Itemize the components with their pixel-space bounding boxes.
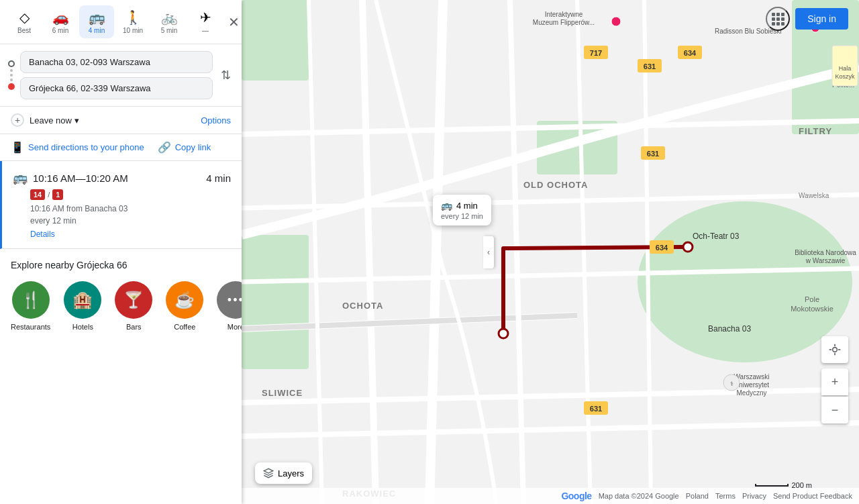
sign-in-button[interactable]: Sign in (795, 8, 848, 30)
close-button[interactable]: ✕ (224, 10, 242, 34)
privacy-link[interactable]: Privacy (742, 492, 766, 500)
map-data-text: Map data ©2024 Google (599, 492, 679, 500)
result-bus-icon: 🚌 (13, 170, 28, 185)
collapse-sidebar-button[interactable]: ‹ (483, 236, 494, 268)
restaurants-icon-circle: 🍴 (12, 281, 50, 319)
svg-text:Koszyk: Koszyk (835, 73, 855, 80)
mode-drive[interactable]: 🚗 6 min (43, 5, 78, 38)
zoom-out-button[interactable]: − (821, 397, 848, 423)
phone-icon: 📱 (11, 141, 24, 154)
mode-cycle[interactable]: 🚲 5 min (152, 5, 187, 38)
svg-text:w Warszawie: w Warszawie (805, 257, 846, 264)
destination-dot (8, 83, 15, 90)
mode-flight[interactable]: ✈ — (188, 5, 223, 38)
svg-text:Och-Teatr 03: Och-Teatr 03 (693, 232, 740, 241)
map[interactable]: OLD OCHOTA FILTRY OCHOTA SLIWICE RAKOWIE… (242, 0, 859, 504)
explore-item-restaurants[interactable]: 🍴 Restaurants (11, 281, 50, 331)
bars-label: Bars (126, 323, 142, 331)
svg-rect-67 (781, 17, 785, 21)
layers-button[interactable]: Layers (255, 462, 312, 484)
explore-item-bars[interactable]: 🍸 Bars (115, 281, 152, 331)
send-directions-label: Send directions to your phone (28, 142, 144, 152)
transport-bar: ◇ Best 🚗 6 min 🚌 4 min 🚶 10 min 🚲 5 min … (0, 0, 242, 44)
mode-drive-label: 6 min (52, 27, 68, 34)
mode-flight-label: — (202, 27, 209, 34)
more-label: More (228, 323, 242, 331)
svg-text:Banacha 03: Banacha 03 (708, 324, 751, 334)
car-icon: 🚗 (52, 9, 69, 26)
share-row: 📱 Send directions to your phone 🔗 Copy l… (0, 134, 242, 161)
explore-item-coffee[interactable]: ☕ Coffee (166, 281, 203, 331)
svg-point-21 (683, 242, 693, 252)
badge-separator: / (48, 191, 50, 199)
explore-icons: 🍴 Restaurants 🏨 Hotels 🍸 Bars ☕ (11, 281, 231, 331)
terms-link[interactable]: Terms (715, 492, 736, 500)
route-dots (8, 58, 15, 93)
detail-line1: 10:16 AM from Banacha 03 (30, 203, 231, 215)
mode-best-label: Best (17, 27, 31, 34)
detail-line2: every 12 min (30, 215, 231, 227)
map-background: OLD OCHOTA FILTRY OCHOTA SLIWICE RAKOWIE… (242, 0, 859, 504)
svg-rect-66 (776, 17, 780, 21)
hotels-icon: 🏨 (72, 291, 93, 309)
explore-section: Explore nearby Grójecka 66 🍴 Restaurants… (0, 249, 242, 342)
locate-icon (828, 343, 842, 356)
svg-text:OCHOTA: OCHOTA (342, 301, 383, 311)
copy-link-label: Copy link (175, 142, 211, 152)
dot-2 (10, 74, 13, 77)
popup-bus-icon: 🚌 (441, 200, 452, 211)
route-time-range: 10:16 AM—10:20 AM (33, 172, 206, 184)
mode-walk-label: 10 min (123, 27, 143, 34)
send-directions-button[interactable]: 📱 Send directions to your phone (11, 141, 144, 154)
svg-text:631: 631 (644, 62, 656, 70)
popup-time: 4 min (456, 201, 478, 211)
badge-14: 14 (30, 189, 45, 200)
svg-text:Hala: Hala (839, 65, 852, 72)
svg-text:634: 634 (656, 244, 668, 252)
svg-text:631: 631 (590, 405, 602, 413)
svg-rect-68 (772, 22, 775, 26)
svg-rect-64 (781, 13, 785, 16)
mode-best[interactable]: ◇ Best (7, 5, 42, 38)
copy-link-button[interactable]: 🔗 Copy link (158, 141, 211, 154)
svg-text:Biblioteka Narodowa: Biblioteka Narodowa (795, 249, 856, 256)
country-label: Poland (686, 492, 709, 500)
mode-walk[interactable]: 🚶 10 min (115, 5, 150, 38)
depart-button[interactable]: Leave now ▾ (30, 115, 79, 125)
origin-input[interactable] (20, 51, 213, 73)
zoom-in-button[interactable]: + (821, 368, 848, 395)
zoom-controls: + − (821, 368, 848, 423)
svg-text:Mokotowskie: Mokotowskie (791, 305, 833, 313)
feedback-link[interactable]: Send Product Feedback (773, 492, 852, 500)
svg-text:⚕: ⚕ (730, 381, 734, 387)
options-button[interactable]: Options (201, 115, 231, 125)
svg-text:SLIWICE: SLIWICE (262, 388, 303, 398)
svg-text:Pole: Pole (805, 295, 819, 303)
svg-text:Interaktywne: Interaktywne (545, 11, 583, 18)
route-inputs: ⇅ (0, 44, 242, 107)
swap-button[interactable]: ⇅ (218, 65, 234, 85)
svg-rect-4 (242, 235, 309, 369)
route-duration: 4 min (206, 172, 231, 184)
plus-icon: + (11, 113, 24, 127)
explore-item-hotels[interactable]: 🏨 Hotels (64, 281, 101, 331)
bus-icon: 🚌 (89, 9, 105, 26)
explore-item-more[interactable]: ••• More (217, 281, 242, 331)
svg-point-71 (833, 348, 838, 352)
locate-button[interactable] (821, 336, 848, 363)
cycle-icon: 🚲 (161, 9, 178, 26)
mode-transit[interactable]: 🚌 4 min (79, 5, 114, 38)
route-detail: 10:16 AM from Banacha 03 every 12 min (30, 203, 231, 227)
mode-transit-label: 4 min (89, 27, 105, 34)
svg-point-2 (638, 201, 852, 362)
popup-top: 🚌 4 min (441, 200, 483, 211)
svg-text:717: 717 (590, 49, 602, 57)
layers-label: Layers (278, 468, 304, 478)
svg-rect-65 (772, 17, 775, 21)
destination-input[interactable] (20, 77, 213, 99)
details-link[interactable]: Details (30, 230, 55, 239)
dot-3 (10, 79, 13, 81)
badge-row: 14 / 1 (30, 189, 231, 200)
svg-point-22 (499, 329, 508, 338)
apps-button[interactable] (766, 7, 790, 31)
